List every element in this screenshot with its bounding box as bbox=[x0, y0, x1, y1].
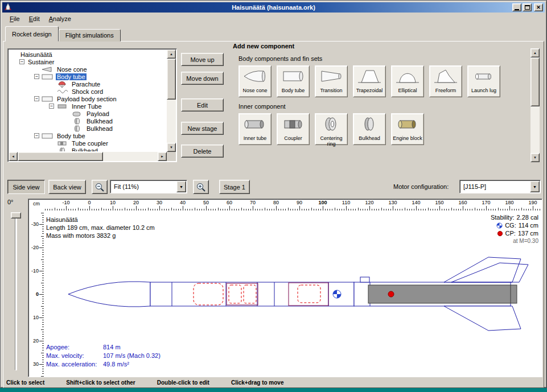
tab-rocket-design[interactable]: Rocket design bbox=[5, 26, 59, 42]
ruler-tick bbox=[206, 206, 207, 211]
palette-group-label: Inner component bbox=[238, 103, 529, 110]
ruler-label: 90 bbox=[297, 200, 302, 205]
scroll-left-icon[interactable]: ◄ bbox=[9, 152, 18, 161]
ruler-label: -10 bbox=[31, 268, 39, 274]
component-button-engine-block[interactable]: Engine block bbox=[391, 113, 424, 145]
launch-lug-shape[interactable] bbox=[360, 277, 369, 282]
stage-1-toggle[interactable]: Stage 1 bbox=[219, 180, 250, 194]
tree-item-body-tube[interactable]: −Body tube bbox=[9, 132, 166, 139]
scroll-up-icon[interactable]: ▲ bbox=[167, 49, 176, 59]
tree-item-tube-coupler[interactable]: Tube coupler bbox=[9, 139, 166, 147]
dropdown-arrow-icon[interactable]: ▼ bbox=[176, 181, 186, 192]
centering-icon bbox=[319, 115, 344, 135]
stability-value: 2.28 cal bbox=[516, 213, 538, 221]
flight-data: Apogee:814 mMax. velocity:107 m/s (Mach … bbox=[46, 343, 161, 369]
status-hint: Click+drag to move bbox=[231, 379, 284, 386]
back-view-button[interactable]: Back view bbox=[48, 180, 86, 194]
flight-row: Apogee:814 m bbox=[46, 343, 161, 352]
new-stage-button[interactable]: New stage bbox=[181, 122, 224, 135]
tree-item-nose-cone[interactable]: Nose cone bbox=[9, 65, 166, 73]
ruler-label: 130 bbox=[388, 200, 397, 205]
tree-vertical-scrollbar[interactable]: ▲ ▼ bbox=[167, 49, 176, 152]
nosecone-icon bbox=[242, 68, 268, 87]
component-button-launch-lug[interactable]: Launch lug bbox=[467, 65, 500, 97]
component-button-inner-tube[interactable]: Inner tube bbox=[238, 113, 272, 145]
component-button-transition[interactable]: Transition bbox=[315, 65, 348, 97]
tree-item-bulkhead[interactable]: Bulkhead bbox=[9, 125, 166, 132]
tree-item-label: Bulkhead bbox=[85, 118, 114, 125]
component-button-freeform[interactable]: Freeform bbox=[429, 65, 462, 97]
tree-item-haisun-t[interactable]: Haisunäätä bbox=[9, 51, 166, 58]
component-button-body-tube[interactable]: Body tube bbox=[277, 65, 310, 97]
tree-horizontal-scrollbar[interactable]: ◄ ► bbox=[9, 152, 167, 161]
rocket-drawing-area[interactable]: HaisunäätäLength 189 cm, max. diameter 1… bbox=[44, 211, 542, 377]
scrollbar-thumb[interactable] bbox=[530, 57, 540, 106]
component-button-coupler[interactable]: Coupler bbox=[277, 113, 310, 145]
close-button[interactable]: ✕ bbox=[534, 3, 543, 11]
scroll-up-icon[interactable]: ▲ bbox=[530, 48, 540, 57]
component-button-trapezoidal[interactable]: Trapezoidal bbox=[353, 65, 386, 97]
delete-button[interactable]: Delete bbox=[181, 145, 224, 158]
app-icon bbox=[4, 3, 12, 11]
menu-analyze[interactable]: Analyze bbox=[44, 14, 76, 24]
menu-file[interactable]: File bbox=[5, 14, 24, 24]
tree-item-inner-tube[interactable]: −Inner Tube bbox=[9, 102, 166, 110]
component-button-bulkhead[interactable]: Bulkhead bbox=[353, 113, 386, 145]
nose-cone-shape[interactable] bbox=[68, 282, 150, 307]
maximize-icon bbox=[525, 5, 530, 10]
tree-item-payload[interactable]: Payload bbox=[9, 110, 166, 117]
side-view-button[interactable]: Side view bbox=[7, 180, 45, 194]
tree-item-bulkhead[interactable]: Bulkhead bbox=[9, 147, 166, 151]
ruler-tick bbox=[323, 206, 323, 211]
rotation-slider-track[interactable] bbox=[15, 216, 17, 370]
bulkhead-icon bbox=[71, 125, 84, 132]
tree-item-body-tube[interactable]: −Body tube bbox=[9, 73, 166, 80]
scrollbar-thumb[interactable] bbox=[167, 59, 176, 100]
menubar: FileEditAnalyze bbox=[2, 13, 545, 24]
maximize-button[interactable] bbox=[523, 3, 532, 11]
tree-expand-toggle[interactable]: − bbox=[19, 59, 24, 64]
motor-configuration-select[interactable]: [J115-P] ▼ bbox=[459, 180, 541, 193]
dropdown-arrow-icon[interactable]: ▼ bbox=[530, 181, 540, 192]
status-hint: Double-click to edit bbox=[157, 379, 209, 386]
tree-item-parachute[interactable]: Parachute bbox=[9, 80, 166, 88]
zoom-in-button[interactable] bbox=[193, 180, 209, 194]
body-tube-shape[interactable] bbox=[150, 282, 354, 306]
scroll-down-icon[interactable]: ▼ bbox=[167, 143, 176, 152]
move-down-button[interactable]: Move down bbox=[181, 72, 224, 85]
component-button-nose-cone[interactable]: Nose cone bbox=[238, 65, 272, 97]
fin-bottom-shape[interactable] bbox=[444, 306, 521, 331]
tree-item-sustainer[interactable]: −Sustainer bbox=[9, 58, 166, 65]
tab-flight-simulations[interactable]: Flight simulations bbox=[59, 29, 121, 42]
tree-expand-toggle[interactable]: − bbox=[49, 104, 54, 109]
scrollbar-thumb[interactable] bbox=[18, 152, 103, 161]
move-up-button[interactable]: Move up bbox=[181, 53, 224, 66]
tree-expand-toggle[interactable]: − bbox=[34, 133, 39, 138]
zoom-out-button[interactable] bbox=[92, 180, 108, 194]
tree-expand-toggle[interactable]: − bbox=[34, 74, 39, 79]
tree-item-payload-body-section[interactable]: −Payload body section bbox=[9, 95, 166, 102]
rotation-slider-thumb[interactable] bbox=[11, 212, 21, 218]
tree-expand-toggle[interactable]: − bbox=[34, 96, 39, 101]
component-button-label: Launch lug bbox=[471, 88, 496, 93]
minimize-button[interactable] bbox=[512, 3, 521, 11]
edit-button[interactable]: Edit bbox=[181, 98, 224, 112]
component-button-label: Transition bbox=[320, 88, 342, 93]
tree-item-bulkhead[interactable]: Bulkhead bbox=[9, 117, 166, 125]
component-button-label: Coupler bbox=[284, 135, 302, 141]
ruler-tick bbox=[276, 206, 277, 211]
palette-scrollbar[interactable]: ▲ ▼ bbox=[530, 48, 540, 162]
component-button-elliptical[interactable]: Elliptical bbox=[391, 65, 424, 97]
ruler-label: -10 bbox=[62, 200, 69, 205]
tree-item-label: Shock cord bbox=[71, 88, 104, 95]
menu-edit[interactable]: Edit bbox=[24, 14, 44, 24]
tree-item-shock-cord[interactable]: Shock cord bbox=[9, 88, 166, 95]
scrollbar-corner bbox=[167, 152, 176, 161]
window-title: Haisunäätä (haisunaata.ork) bbox=[2, 4, 545, 11]
rocket-info-line: Haisunäätä bbox=[46, 216, 155, 224]
scroll-right-icon[interactable]: ► bbox=[158, 152, 167, 161]
scroll-down-icon[interactable]: ▼ bbox=[530, 153, 540, 162]
component-button-centering-ring[interactable]: Centering ring bbox=[315, 113, 348, 145]
ruler-label: 170 bbox=[482, 200, 490, 205]
zoom-level-select[interactable]: Fit (11%) ▼ bbox=[110, 180, 187, 193]
